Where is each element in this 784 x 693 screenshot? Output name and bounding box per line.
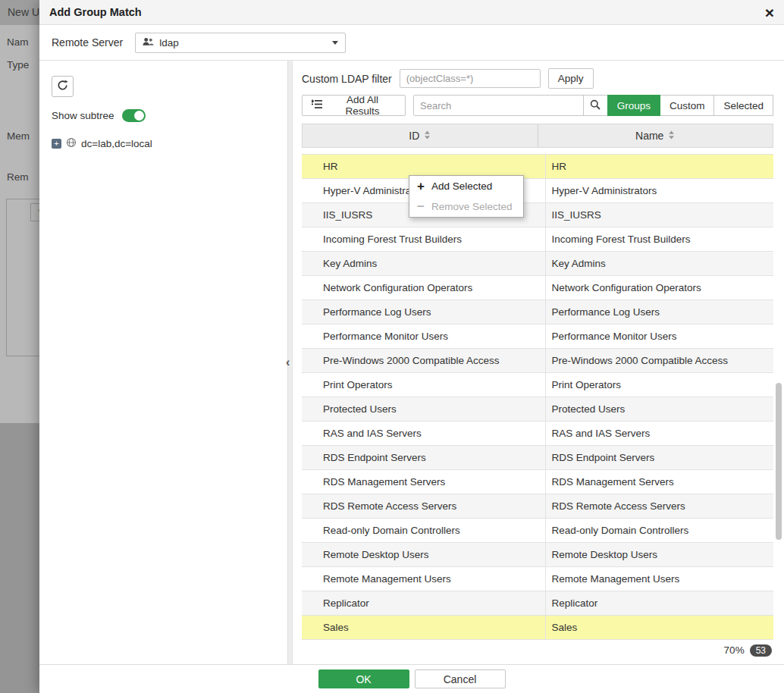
row-id-cell: Sales xyxy=(302,616,546,639)
context-menu-item-label: Remove Selected xyxy=(431,201,513,212)
show-subtree-toggle[interactable] xyxy=(122,109,146,122)
context-menu-item-add-selected[interactable]: +Add Selected xyxy=(409,176,523,196)
row-id-cell: Remote Management Users xyxy=(302,567,546,591)
show-subtree-label: Show subtree xyxy=(52,110,114,121)
remote-server-label: Remote Server xyxy=(52,36,123,49)
tree-node-label: dc=lab,dc=local xyxy=(81,138,152,149)
table-row[interactable]: Performance Log UsersPerformance Log Use… xyxy=(302,300,773,325)
table-row[interactable]: Key AdminsKey Admins xyxy=(302,252,773,276)
column-header-id-label: ID xyxy=(409,130,419,142)
row-name-cell: Remote Desktop Users xyxy=(546,543,774,566)
search-icon xyxy=(590,99,601,112)
refresh-button[interactable] xyxy=(52,76,74,97)
table-row[interactable]: Remote Desktop UsersRemote Desktop Users xyxy=(302,543,773,567)
cancel-button[interactable]: Cancel xyxy=(415,669,506,688)
show-subtree-row: Show subtree xyxy=(52,109,275,122)
sort-icon xyxy=(424,130,431,142)
remote-server-row: Remote Server ldap xyxy=(39,25,784,61)
remote-server-select[interactable]: ldap xyxy=(135,33,346,53)
row-id-cell: Performance Monitor Users xyxy=(302,325,546,348)
ldap-tree-panel: Show subtree + dc=lab,dc=local xyxy=(39,61,287,664)
dialog-header: Add Group Match × xyxy=(39,0,784,25)
row-name-cell: RDS Management Servers xyxy=(546,470,774,494)
row-name-cell: RAS and IAS Servers xyxy=(546,422,774,445)
table-row[interactable]: RDS Endpoint ServersRDS Endpoint Servers xyxy=(302,446,773,470)
table-row[interactable]: IIS_IUSRSIIS_IUSRS xyxy=(302,203,773,227)
column-header-id[interactable]: ID xyxy=(303,124,538,147)
close-icon[interactable]: × xyxy=(765,5,774,20)
row-id-cell: RDS Management Servers xyxy=(302,470,546,494)
table-row[interactable]: Performance Monitor UsersPerformance Mon… xyxy=(302,325,773,349)
dialog-title: Add Group Match xyxy=(49,6,142,18)
table-row[interactable]: Protected UsersProtected Users xyxy=(302,397,773,422)
search-button[interactable] xyxy=(583,96,607,115)
row-id-cell: Print Operators xyxy=(302,373,546,397)
row-context-menu: +Add Selected−Remove Selected xyxy=(409,175,524,218)
row-name-cell: Replicator xyxy=(546,591,774,615)
add-group-match-dialog: Add Group Match × Remote Server ldap Sho… xyxy=(39,0,784,693)
row-name-cell: Network Configuration Operators xyxy=(546,276,774,299)
table-row[interactable]: Network Configuration OperatorsNetwork C… xyxy=(302,276,773,300)
results-table-header: ID Name xyxy=(302,124,773,148)
row-id-cell: Performance Log Users xyxy=(302,300,546,324)
ldap-filter-input[interactable] xyxy=(400,69,541,88)
table-row[interactable]: Hyper-V AdministratorsHyper-V Administra… xyxy=(302,179,773,203)
row-id-cell: RAS and IAS Servers xyxy=(302,422,546,445)
row-name-cell: IIS_IUSRS xyxy=(546,203,774,227)
toggle-knob xyxy=(134,111,144,121)
tab-custom[interactable]: Custom xyxy=(660,95,715,116)
ldap-filter-label: Custom LDAP filter xyxy=(302,73,392,85)
ok-button[interactable]: OK xyxy=(318,669,409,688)
apply-button[interactable]: Apply xyxy=(548,68,594,89)
panel-splitter[interactable]: ‹ xyxy=(287,61,293,664)
table-row[interactable]: Incoming Forest Trust BuildersIncoming F… xyxy=(302,227,773,252)
row-id-cell: Key Admins xyxy=(302,252,546,275)
row-name-cell: Read-only Domain Controllers xyxy=(546,519,774,542)
tab-groups[interactable]: Groups xyxy=(607,95,660,116)
plus-icon: + xyxy=(416,180,425,193)
expand-icon[interactable]: + xyxy=(52,139,61,149)
row-name-cell: Sales xyxy=(546,616,774,639)
collapse-panel-icon[interactable]: ‹ xyxy=(286,356,290,369)
column-header-name[interactable]: Name xyxy=(538,124,773,147)
table-row[interactable]: Pre-Windows 2000 Compatible AccessPre-Wi… xyxy=(302,349,773,373)
row-id-cell: Protected Users xyxy=(302,397,546,421)
add-all-results-button[interactable]: Add All Results xyxy=(302,95,406,116)
column-header-name-label: Name xyxy=(635,130,663,142)
list-plus-icon xyxy=(312,99,324,111)
row-id-cell: Pre-Windows 2000 Compatible Access xyxy=(302,349,546,372)
search-input[interactable] xyxy=(414,96,583,115)
row-name-cell: RDS Endpoint Servers xyxy=(546,446,774,469)
table-scrollbar[interactable] xyxy=(776,383,782,540)
table-row[interactable]: RDS Remote Access ServersRDS Remote Acce… xyxy=(302,494,773,519)
ldap-filter-row: Custom LDAP filter Apply xyxy=(302,68,773,89)
row-id-cell: Network Configuration Operators xyxy=(302,276,546,299)
row-id-cell: Remote Desktop Users xyxy=(302,543,546,566)
table-row[interactable]: RDS Management ServersRDS Management Ser… xyxy=(302,470,773,494)
row-name-cell: Key Admins xyxy=(546,252,774,275)
tree-node-root[interactable]: + dc=lab,dc=local xyxy=(52,137,275,150)
add-all-results-label: Add All Results xyxy=(329,94,396,117)
tab-selected[interactable]: Selected xyxy=(713,95,773,116)
chevron-down-icon xyxy=(332,41,338,45)
result-count-badge: 53 xyxy=(750,644,772,657)
row-name-cell: Pre-Windows 2000 Compatible Access xyxy=(546,349,774,372)
minus-icon: − xyxy=(416,200,425,213)
table-row[interactable]: Read-only Domain ControllersRead-only Do… xyxy=(302,519,773,543)
table-row[interactable]: HRHR xyxy=(302,155,773,179)
sort-icon xyxy=(668,130,675,142)
table-row[interactable]: RAS and IAS ServersRAS and IAS Servers xyxy=(302,422,773,446)
table-row[interactable]: SalesSales xyxy=(302,616,773,640)
table-row[interactable]: Print OperatorsPrint Operators xyxy=(302,373,773,397)
row-name-cell: Performance Monitor Users xyxy=(546,325,774,348)
row-name-cell: RDS Remote Access Servers xyxy=(546,494,774,518)
table-row[interactable]: Remote Management UsersRemote Management… xyxy=(302,567,773,591)
context-menu-item-remove-selected[interactable]: −Remove Selected xyxy=(409,196,523,217)
remote-server-value: ldap xyxy=(159,37,179,49)
progress-text: 70% xyxy=(724,644,745,656)
row-id-cell: RDS Remote Access Servers xyxy=(302,494,546,518)
refresh-icon xyxy=(57,80,68,93)
row-id-cell: Replicator xyxy=(302,591,546,615)
table-row[interactable]: ReplicatorReplicator xyxy=(302,591,773,616)
row-id-cell: RDS Endpoint Servers xyxy=(302,446,546,469)
